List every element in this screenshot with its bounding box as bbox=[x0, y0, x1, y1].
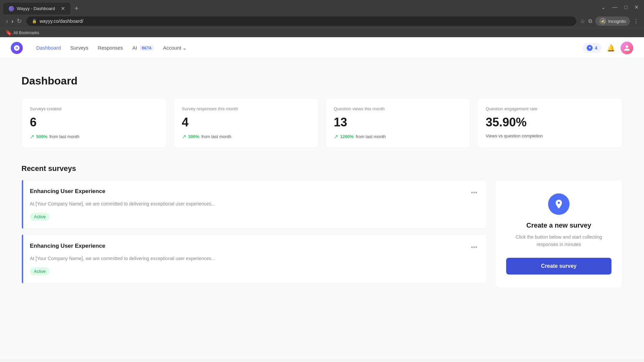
stat-label-views: Question views this month bbox=[334, 106, 462, 111]
reload-button[interactable]: ↻ bbox=[16, 17, 22, 25]
bookmarks-folder-icon: 🔖 bbox=[5, 29, 12, 36]
survey-card-0: Enhancing User Experience ••• At [Your C… bbox=[21, 180, 487, 229]
stat-label-responses: Survey responses this month bbox=[182, 106, 310, 111]
nav-logo[interactable] bbox=[11, 42, 23, 54]
nav-account[interactable]: Account ⌄ bbox=[163, 45, 187, 51]
create-survey-card: Create a new survey Click the button bel… bbox=[495, 180, 623, 288]
stats-grid: Surveys created 6 ↗ 500% from last month… bbox=[21, 98, 623, 148]
tab-bar: Wayyy - Dashboard ✕ + ⌄ — □ ✕ bbox=[0, 0, 644, 14]
stat-value-responses: 4 bbox=[182, 115, 310, 129]
incognito-label: Incognito bbox=[608, 19, 626, 24]
stat-pct: 1200% bbox=[340, 134, 354, 139]
nav-right: ✦ 4 🔔 bbox=[583, 42, 633, 54]
stat-card-engagement: Question engagement rate 35.90% Views vs… bbox=[477, 98, 623, 148]
main-nav: Dashboard Surveys Responses AI BETA Acco… bbox=[0, 37, 644, 59]
page-title: Dashboard bbox=[21, 75, 623, 87]
stat-pct: 500% bbox=[36, 134, 47, 139]
survey-status-1: Active bbox=[30, 267, 50, 275]
active-tab[interactable]: Wayyy - Dashboard ✕ bbox=[3, 3, 70, 14]
chevron-down-icon: ⌄ bbox=[182, 45, 187, 51]
page-content: Dashboard Surveys Responses AI BETA Acco… bbox=[0, 37, 644, 359]
forward-button[interactable]: › bbox=[11, 17, 14, 25]
bookmarks-label[interactable]: All Bookmarks bbox=[13, 31, 39, 35]
user-avatar[interactable] bbox=[621, 42, 633, 54]
stat-change-text: from last month bbox=[356, 134, 386, 139]
card-accent bbox=[22, 180, 23, 229]
survey-card-header-0: Enhancing User Experience ••• bbox=[30, 188, 479, 198]
trend-up-icon: ↗ bbox=[30, 133, 34, 140]
survey-desc-1: At [Your Company Name], we are committed… bbox=[30, 255, 479, 262]
stat-card-views: Question views this month 13 ↗ 1200% fro… bbox=[325, 98, 471, 148]
create-survey-title: Create a new survey bbox=[526, 222, 591, 229]
stat-pct: 300% bbox=[188, 134, 199, 139]
survey-card-1: Enhancing User Experience ••• At [Your C… bbox=[21, 234, 487, 284]
browser-nav-buttons: ‹ › ↻ bbox=[5, 17, 22, 25]
surveys-layout: Enhancing User Experience ••• At [Your C… bbox=[21, 180, 623, 288]
close-window-icon[interactable]: ✕ bbox=[632, 3, 641, 11]
browser-actions: ☆ ⧉ 🕵 Incognito ⋮ bbox=[580, 16, 639, 26]
stat-change-views: ↗ 1200% from last month bbox=[334, 133, 462, 140]
survey-card-header-1: Enhancing User Experience ••• bbox=[30, 243, 479, 252]
stat-value-engagement: 35.90% bbox=[486, 115, 614, 129]
incognito-badge[interactable]: 🕵 Incognito bbox=[595, 16, 630, 26]
beta-badge: BETA bbox=[140, 45, 154, 51]
stat-change-surveys-created: ↗ 500% from last month bbox=[30, 133, 158, 140]
survey-name-1: Enhancing User Experience bbox=[30, 243, 105, 249]
avatar-icon bbox=[624, 45, 630, 51]
survey-list: Enhancing User Experience ••• At [Your C… bbox=[21, 180, 487, 284]
points-value: 4 bbox=[595, 45, 597, 51]
logo-icon bbox=[13, 45, 20, 51]
menu-icon[interactable]: ⋮ bbox=[633, 18, 639, 24]
address-input[interactable]: 🔒 wayyy.co/dashboard/ bbox=[26, 16, 576, 26]
survey-status-0: Active bbox=[30, 213, 50, 221]
rocket-icon-container bbox=[548, 193, 570, 215]
stat-change-text: from last month bbox=[201, 134, 231, 139]
survey-menu-button-1[interactable]: ••• bbox=[470, 243, 479, 252]
nav-responses[interactable]: Responses bbox=[98, 45, 123, 51]
nav-points[interactable]: ✦ 4 bbox=[583, 43, 601, 53]
create-survey-button[interactable]: Create survey bbox=[506, 258, 611, 275]
bookmark-star-icon[interactable]: ☆ bbox=[580, 18, 585, 24]
nav-surveys[interactable]: Surveys bbox=[70, 45, 88, 51]
minimize-icon[interactable]: — bbox=[610, 4, 620, 11]
gem-icon: ✦ bbox=[587, 45, 593, 51]
nav-dashboard[interactable]: Dashboard bbox=[36, 45, 61, 51]
tab-list-icon[interactable]: ⌄ bbox=[599, 3, 607, 11]
bookmarks-bar: 🔖 All Bookmarks bbox=[0, 28, 644, 37]
stat-card-surveys-created: Surveys created 6 ↗ 500% from last month bbox=[21, 98, 167, 148]
notification-bell-icon[interactable]: 🔔 bbox=[607, 44, 615, 52]
lock-icon: 🔒 bbox=[32, 19, 37, 23]
stat-label-surveys-created: Surveys created bbox=[30, 106, 158, 111]
stat-change-text: from last month bbox=[49, 134, 79, 139]
address-bar: ‹ › ↻ 🔒 wayyy.co/dashboard/ ☆ ⧉ 🕵 Incogn… bbox=[0, 14, 644, 28]
back-button[interactable]: ‹ bbox=[5, 17, 9, 25]
stat-value-views: 13 bbox=[334, 115, 462, 129]
stat-change-text: Views vs question completion bbox=[486, 133, 543, 138]
stat-card-responses: Survey responses this month 4 ↗ 300% fro… bbox=[173, 98, 319, 148]
stat-label-engagement: Question engagement rate bbox=[486, 106, 614, 111]
rocket-icon bbox=[553, 199, 564, 209]
browser-chrome: Wayyy - Dashboard ✕ + ⌄ — □ ✕ ‹ › ↻ 🔒 wa… bbox=[0, 0, 644, 37]
close-tab-icon[interactable]: ✕ bbox=[61, 5, 65, 12]
extensions-icon[interactable]: ⧉ bbox=[588, 18, 592, 24]
url-text: wayyy.co/dashboard/ bbox=[40, 18, 83, 24]
card-accent bbox=[22, 235, 23, 283]
stat-change-responses: ↗ 300% from last month bbox=[182, 133, 310, 140]
maximize-icon[interactable]: □ bbox=[622, 4, 630, 11]
survey-menu-button-0[interactable]: ••• bbox=[470, 188, 479, 198]
main-content: Dashboard Surveys created 6 ↗ 500% from … bbox=[0, 59, 644, 359]
stat-change-engagement: Views vs question completion bbox=[486, 133, 614, 138]
tab-title: Wayyy - Dashboard bbox=[17, 6, 58, 11]
survey-name-0: Enhancing User Experience bbox=[30, 188, 105, 195]
new-tab-button[interactable]: + bbox=[72, 3, 81, 14]
nav-ai[interactable]: AI BETA bbox=[132, 45, 154, 51]
incognito-icon: 🕵 bbox=[599, 18, 606, 24]
recent-surveys-title: Recent surveys bbox=[21, 164, 623, 173]
trend-up-icon: ↗ bbox=[182, 133, 186, 140]
create-survey-desc: Click the button below and start collect… bbox=[506, 233, 611, 248]
survey-desc-0: At [Your Company Name], we are committed… bbox=[30, 200, 479, 207]
stat-value-surveys-created: 6 bbox=[30, 115, 158, 129]
tab-favicon bbox=[9, 6, 14, 11]
nav-links: Dashboard Surveys Responses AI BETA Acco… bbox=[36, 45, 572, 51]
trend-up-icon: ↗ bbox=[334, 133, 338, 140]
